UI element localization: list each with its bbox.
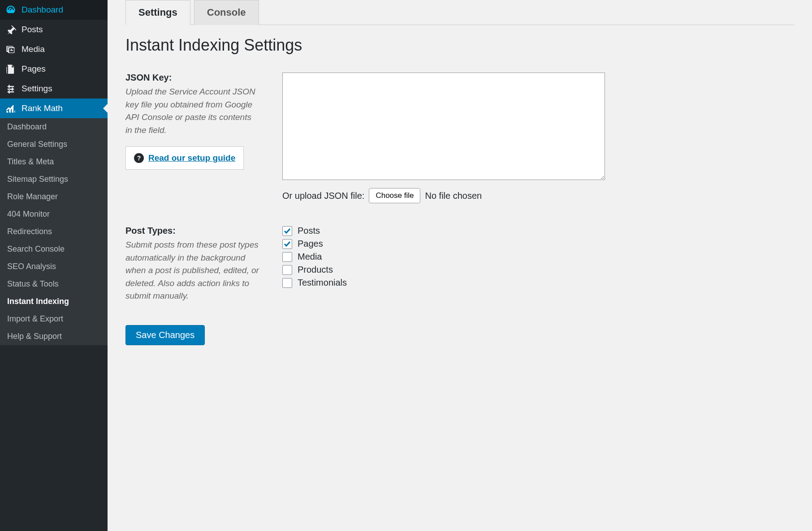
checkbox-row-products[interactable]: Products <box>282 265 794 275</box>
checkbox-label: Products <box>298 265 333 275</box>
submenu-item-titles-meta[interactable]: Titles & Meta <box>0 153 108 171</box>
page-title: Instant Indexing Settings <box>125 36 794 55</box>
check-icon <box>284 240 291 248</box>
submenu-item-404-monitor[interactable]: 404 Monitor <box>0 206 108 223</box>
pin-icon <box>5 24 16 35</box>
json-key-row: JSON Key: Upload the Service Account JSO… <box>125 73 794 203</box>
submenu-item-instant-indexing[interactable]: Instant Indexing <box>0 293 108 310</box>
sidebar-item-pages[interactable]: Pages <box>0 59 108 79</box>
submenu-item-role-manager[interactable]: Role Manager <box>0 188 108 206</box>
tab-console[interactable]: Console <box>194 0 259 25</box>
submenu-item-redirections[interactable]: Redirections <box>0 223 108 240</box>
submenu-item-help-support[interactable]: Help & Support <box>0 328 108 345</box>
tab-settings[interactable]: Settings <box>125 0 190 25</box>
tabs-nav: SettingsConsole <box>125 0 794 25</box>
json-key-label: JSON Key: <box>125 73 260 83</box>
check-icon <box>284 227 291 235</box>
post-types-desc: Submit posts from these post types autom… <box>125 239 260 303</box>
setup-guide-box: ? Read our setup guide <box>125 146 244 170</box>
checkbox-testimonials[interactable] <box>282 278 292 288</box>
post-types-label: Post Types: <box>125 226 260 236</box>
checkbox-label: Testimonials <box>298 278 347 288</box>
submenu-item-dashboard[interactable]: Dashboard <box>0 118 108 136</box>
checkbox-label: Posts <box>298 226 320 236</box>
help-icon: ? <box>134 153 144 163</box>
no-file-chosen-text: No file chosen <box>425 191 482 201</box>
submenu-item-general-settings[interactable]: General Settings <box>0 136 108 153</box>
dashboard-icon <box>5 4 16 15</box>
sidebar-item-label: Dashboard <box>22 5 63 15</box>
checkbox-media[interactable] <box>282 252 292 262</box>
sidebar-item-label: Posts <box>22 25 43 34</box>
json-key-textarea[interactable] <box>282 73 605 180</box>
active-arrow-icon <box>103 104 108 113</box>
submenu-item-sitemap-settings[interactable]: Sitemap Settings <box>0 171 108 188</box>
choose-file-button[interactable]: Choose file <box>369 188 420 203</box>
sidebar-item-rank-math[interactable]: Rank Math <box>0 98 108 118</box>
checkbox-label: Pages <box>298 239 323 249</box>
sidebar-item-label: Media <box>22 44 45 54</box>
settings-icon <box>5 83 16 94</box>
media-icon <box>5 44 16 55</box>
rankmath-icon <box>5 103 16 114</box>
checkbox-products[interactable] <box>282 265 292 275</box>
checkbox-pages[interactable] <box>282 239 292 249</box>
submenu-item-seo-analysis[interactable]: SEO Analysis <box>0 258 108 275</box>
submenu-item-search-console[interactable]: Search Console <box>0 240 108 258</box>
sidebar-item-label: Rank Math <box>22 103 63 113</box>
checkbox-label: Media <box>298 252 322 262</box>
json-key-desc: Upload the Service Account JSON key file… <box>125 86 260 137</box>
upload-json-label: Or upload JSON file: <box>282 191 364 201</box>
checkbox-row-posts[interactable]: Posts <box>282 226 794 236</box>
checkbox-row-pages[interactable]: Pages <box>282 239 794 249</box>
admin-sidebar: DashboardPostsMediaPagesSettingsRank Mat… <box>0 0 108 531</box>
checkbox-row-media[interactable]: Media <box>282 252 794 262</box>
sidebar-item-posts[interactable]: Posts <box>0 20 108 39</box>
sidebar-item-label: Settings <box>22 84 52 94</box>
post-types-row: Post Types: Submit posts from these post… <box>125 226 794 303</box>
sidebar-item-media[interactable]: Media <box>0 39 108 59</box>
post-types-checkbox-list: PostsPagesMediaProductsTestimonials <box>282 226 794 288</box>
setup-guide-link[interactable]: Read our setup guide <box>148 153 235 163</box>
save-changes-button[interactable]: Save Changes <box>125 325 205 345</box>
sidebar-item-settings[interactable]: Settings <box>0 79 108 98</box>
checkbox-posts[interactable] <box>282 226 292 236</box>
sidebar-item-label: Pages <box>22 64 46 74</box>
checkbox-row-testimonials[interactable]: Testimonials <box>282 278 794 288</box>
submenu-item-status-tools[interactable]: Status & Tools <box>0 275 108 293</box>
submenu-item-import-export[interactable]: Import & Export <box>0 310 108 328</box>
pages-icon <box>5 64 16 74</box>
main-content: SettingsConsole Instant Indexing Setting… <box>108 0 812 531</box>
sidebar-item-dashboard[interactable]: Dashboard <box>0 0 108 20</box>
